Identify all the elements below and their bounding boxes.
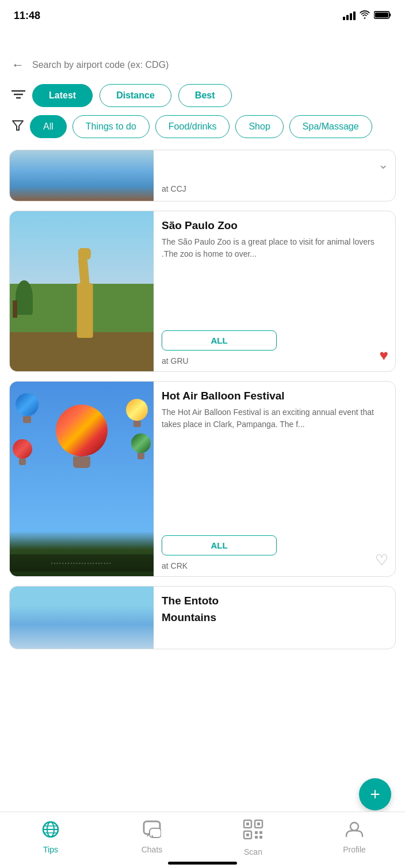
nav-tips[interactable]: Tips <box>28 820 74 854</box>
search-input[interactable] <box>32 60 393 70</box>
svg-rect-23 <box>255 836 258 839</box>
card-location-partial: at CCJ <box>162 184 387 194</box>
svg-rect-20 <box>246 833 249 836</box>
profile-icon <box>345 820 364 843</box>
battery-icon <box>374 10 391 21</box>
card-image-balloon: ▪▪▪▪▪▪▪▪▪▪▪▪▪▪▪▪▪▪▪▪▪▪ <box>10 382 154 577</box>
heart-filled-icon[interactable]: ♥ <box>380 347 388 364</box>
cards-container: ⌄ at CCJ São <box>0 144 405 655</box>
sort-best-button[interactable]: Best <box>178 84 232 107</box>
category-spa-button[interactable]: Spa/Massage <box>289 115 372 138</box>
chevron-down-icon[interactable]: ⌄ <box>378 157 388 172</box>
card-sao-paulo-zoo[interactable]: São Paulo Zoo The São Paulo Zoo is a gre… <box>9 211 396 372</box>
sort-icon <box>12 89 25 102</box>
category-food-button[interactable]: Food/drinks <box>155 115 230 138</box>
signal-icon <box>343 11 356 20</box>
svg-rect-24 <box>259 836 262 839</box>
sort-latest-button[interactable]: Latest <box>32 84 93 107</box>
sort-distance-button[interactable]: Distance <box>100 84 171 107</box>
nav-tips-label: Tips <box>43 845 58 854</box>
svg-rect-22 <box>259 831 262 834</box>
chat-icon <box>143 820 161 843</box>
bottom-nav: Tips Chats <box>0 812 405 868</box>
svg-rect-16 <box>246 823 249 825</box>
card-all-button-balloon[interactable]: ALL <box>162 535 277 555</box>
card-content-zoo: São Paulo Zoo The São Paulo Zoo is a gre… <box>154 211 395 371</box>
globe-icon <box>41 820 60 843</box>
svg-rect-14 <box>150 828 161 837</box>
nav-profile[interactable]: Profile <box>331 820 377 854</box>
sort-row: Latest Distance Best <box>12 84 393 107</box>
card-all-button-zoo[interactable]: ALL <box>162 330 277 351</box>
nav-scan-label: Scan <box>244 847 262 856</box>
nav-chats[interactable]: Chats <box>129 820 175 854</box>
card-title-balloon: Hot Air Balloon Festival <box>162 390 387 403</box>
card-location-balloon: at CRK <box>162 561 387 570</box>
svg-rect-1 <box>389 13 391 16</box>
nav-profile-label: Profile <box>343 845 366 854</box>
plus-icon: + <box>370 785 380 804</box>
card-title-zoo: São Paulo Zoo <box>162 219 387 233</box>
svg-rect-2 <box>375 12 388 17</box>
nav-chats-label: Chats <box>142 845 163 854</box>
card-content-balloon: Hot Air Balloon Festival The Hot Air Bal… <box>154 382 395 576</box>
card-partial-top[interactable]: ⌄ at CCJ <box>9 150 396 201</box>
fab-add-button[interactable]: + <box>359 778 391 810</box>
category-all-button[interactable]: All <box>30 115 67 138</box>
card-image-zoo <box>10 211 154 372</box>
card-image-partial <box>10 150 154 201</box>
wifi-icon <box>359 10 370 21</box>
svg-marker-6 <box>13 121 23 130</box>
back-button[interactable]: ← <box>12 58 24 73</box>
card-subtitle-mountain: Mountains <box>162 611 387 624</box>
nav-scan[interactable]: Scan <box>230 818 276 856</box>
category-row: All Things to do Food/drinks Shop Spa/Ma… <box>12 115 393 138</box>
card-hot-air-balloon[interactable]: ▪▪▪▪▪▪▪▪▪▪▪▪▪▪▪▪▪▪▪▪▪▪ Hot Air Balloon F… <box>9 381 396 577</box>
status-bar: 11:48 <box>0 0 405 29</box>
card-content-partial: ⌄ at CCJ <box>154 150 395 201</box>
category-shop-button[interactable]: Shop <box>235 115 283 138</box>
card-desc-zoo: The São Paulo Zoo is a great place to vi… <box>162 236 387 325</box>
filter-icon <box>12 119 24 135</box>
qr-icon <box>242 818 265 845</box>
card-location-zoo: at GRU <box>162 356 387 366</box>
card-entoto-mountains[interactable]: The Entoto Mountains <box>9 586 396 649</box>
filter-section: Latest Distance Best All Things to do Fo… <box>0 78 405 144</box>
home-indicator <box>168 862 237 865</box>
status-time: 11:48 <box>14 10 40 22</box>
search-bar: ← <box>0 52 405 78</box>
status-icons <box>343 10 391 21</box>
category-things-button[interactable]: Things to do <box>72 115 150 138</box>
card-title-mountain: The Entoto <box>162 595 387 608</box>
svg-rect-21 <box>255 831 258 834</box>
card-desc-balloon: The Hot Air Balloon Festival is an excit… <box>162 406 387 530</box>
svg-rect-18 <box>257 823 260 825</box>
heart-empty-icon[interactable]: ♡ <box>375 551 388 569</box>
card-content-mountain: The Entoto Mountains <box>154 587 395 649</box>
card-image-mountain <box>10 587 154 649</box>
svg-point-25 <box>350 823 358 831</box>
